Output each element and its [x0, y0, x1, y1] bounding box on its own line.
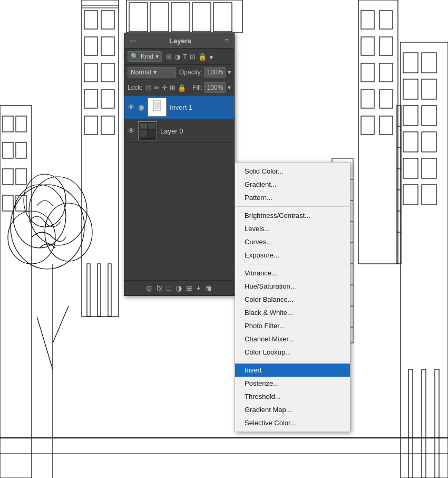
svg-rect-28 [101, 116, 114, 135]
lock-artboard-icon[interactable]: ⊞ [170, 84, 176, 92]
mask-link-icon-invert: ◉ [138, 103, 144, 111]
menu-item-pattern[interactable]: Pattern... [235, 191, 350, 204]
color-filter-icon[interactable]: ● [209, 53, 213, 61]
menu-item-vibrance[interactable]: Vibrance... [235, 266, 350, 280]
blend-opacity-row: Normal ▾ Opacity: 100% ▾ [124, 65, 234, 80]
svg-rect-72 [192, 3, 211, 32]
svg-rect-87 [154, 102, 160, 109]
svg-rect-31 [87, 264, 90, 317]
svg-rect-27 [84, 116, 98, 135]
svg-rect-39 [361, 63, 374, 82]
eye-icon-invert[interactable]: 👁 [128, 103, 135, 111]
menu-item-brightness-contrast[interactable]: Brightness/Contrast... [235, 209, 350, 222]
svg-rect-73 [213, 3, 232, 32]
fill-label: Fill: [192, 84, 202, 91]
svg-rect-70 [150, 3, 169, 32]
menu-item-posterize[interactable]: Posterize... [235, 377, 350, 390]
eye-icon-layer0[interactable]: 👁 [128, 127, 135, 135]
menu-item-selective-color[interactable]: Selective Color... [235, 416, 350, 429]
lock-paint-icon[interactable]: ✏ [154, 84, 160, 92]
panel-collapse-icon[interactable]: «» [130, 37, 136, 44]
smart-filter-icon[interactable]: 🔒 [198, 53, 207, 61]
svg-rect-23 [84, 63, 98, 82]
svg-rect-9 [0, 106, 32, 478]
filter-icons: ⊞ ◑ T ⊡ 🔒 ● [166, 53, 213, 61]
svg-rect-68 [126, 0, 242, 33]
svg-rect-44 [379, 116, 393, 135]
svg-rect-32 [98, 264, 101, 317]
search-icon: 🔍 [131, 53, 139, 60]
pixel-filter-icon[interactable]: ⊞ [166, 53, 172, 61]
opacity-chevron: ▾ [228, 69, 231, 76]
svg-point-4 [13, 185, 66, 248]
group-icon[interactable]: ⊞ [186, 284, 192, 292]
kind-dropdown[interactable]: 🔍 Kind ▾ [128, 51, 162, 62]
menu-item-levels[interactable]: Levels... [235, 222, 350, 235]
menu-divider-2 [235, 264, 350, 264]
svg-rect-41 [361, 90, 374, 108]
layer-row-0[interactable]: 👁 Layer 0 [124, 119, 234, 143]
svg-rect-66 [422, 369, 426, 478]
fx-icon[interactable]: fx [157, 284, 162, 292]
delete-icon[interactable]: 🗑 [205, 284, 212, 292]
lock-position-icon[interactable]: ✛ [162, 84, 168, 92]
svg-rect-43 [361, 116, 374, 135]
menu-item-curves[interactable]: Curves... [235, 235, 350, 248]
blend-mode-dropdown[interactable]: Normal ▾ [128, 67, 176, 78]
new-layer-icon[interactable]: + [197, 284, 201, 292]
opacity-control: Opacity: 100% ▾ [179, 67, 231, 78]
svg-rect-50 [403, 106, 418, 126]
layer-name-invert: Invert 1 [170, 103, 231, 111]
opacity-label: Opacity: [179, 69, 202, 76]
lock-transparency-icon[interactable]: ⊡ [146, 84, 152, 92]
lock-all-icon[interactable]: 🔒 [178, 84, 186, 92]
mask-icon[interactable]: □ [167, 284, 171, 292]
menu-item-invert[interactable]: Invert [235, 364, 350, 377]
svg-rect-14 [3, 169, 13, 185]
menu-item-exposure[interactable]: Exposure... [235, 248, 350, 262]
svg-rect-92 [148, 130, 155, 137]
svg-rect-52 [403, 132, 418, 152]
adjustment-icon[interactable]: ◑ [176, 284, 182, 292]
menu-item-hue-saturation[interactable]: Hue/Saturation... [235, 280, 350, 293]
svg-rect-71 [171, 3, 190, 32]
shape-filter-icon[interactable]: ⊡ [190, 53, 196, 61]
svg-rect-46 [403, 53, 418, 73]
svg-rect-42 [379, 90, 393, 108]
menu-item-photo-filter[interactable]: Photo Filter... [235, 319, 350, 332]
layers-panel: «» Layers ≡ 🔍 Kind ▾ ⊞ ◑ T ⊡ 🔒 ● Normal … [124, 33, 235, 296]
type-filter-icon[interactable]: T [183, 53, 187, 61]
link-icon[interactable]: ⊙ [146, 284, 152, 292]
svg-rect-10 [3, 116, 13, 132]
menu-item-threshold[interactable]: Threshold... [235, 390, 350, 403]
panel-title: Layers [169, 37, 191, 45]
layer-row-invert[interactable]: 👁 ◉ Invert 1 [124, 95, 234, 119]
fill-value[interactable]: 100% [204, 82, 226, 93]
menu-item-gradient-map[interactable]: Gradient Map... [235, 403, 350, 416]
lock-icons: ⊡ ✏ ✛ ⊞ 🔒 [146, 84, 186, 92]
lock-row: Lock: ⊡ ✏ ✛ ⊞ 🔒 Fill: 100% ▾ [124, 80, 234, 95]
svg-rect-13 [16, 142, 26, 158]
adjustment-filter-icon[interactable]: ◑ [174, 53, 180, 61]
opacity-value[interactable]: 100% [204, 67, 226, 78]
menu-item-channel-mixer[interactable]: Channel Mixer... [235, 332, 350, 346]
menu-item-color-balance[interactable]: Color Balance... [235, 293, 350, 306]
svg-rect-55 [422, 158, 436, 178]
panel-bottom: ⊙ fx □ ◑ ⊞ + 🗑 [124, 280, 234, 295]
svg-rect-45 [401, 42, 448, 478]
svg-rect-36 [379, 11, 393, 29]
layer-thumb-invert [148, 98, 167, 117]
menu-item-solid-color[interactable]: Solid Color... [235, 165, 350, 178]
fill-chevron: ▾ [228, 84, 231, 91]
panel-menu-icon[interactable]: ≡ [225, 36, 229, 45]
svg-rect-19 [84, 11, 98, 29]
menu-item-color-lookup[interactable]: Color Lookup... [235, 346, 350, 359]
svg-rect-51 [422, 106, 436, 126]
layer-thumb-layer0 [138, 121, 157, 140]
menu-item-gradient[interactable]: Gradient... [235, 178, 350, 191]
svg-rect-25 [84, 90, 98, 108]
blend-mode-label: Normal [131, 69, 151, 76]
menu-item-black-white[interactable]: Black & White... [235, 306, 350, 319]
kind-label: Kind [141, 53, 153, 60]
panel-titlebar: «» Layers ≡ [124, 33, 234, 49]
